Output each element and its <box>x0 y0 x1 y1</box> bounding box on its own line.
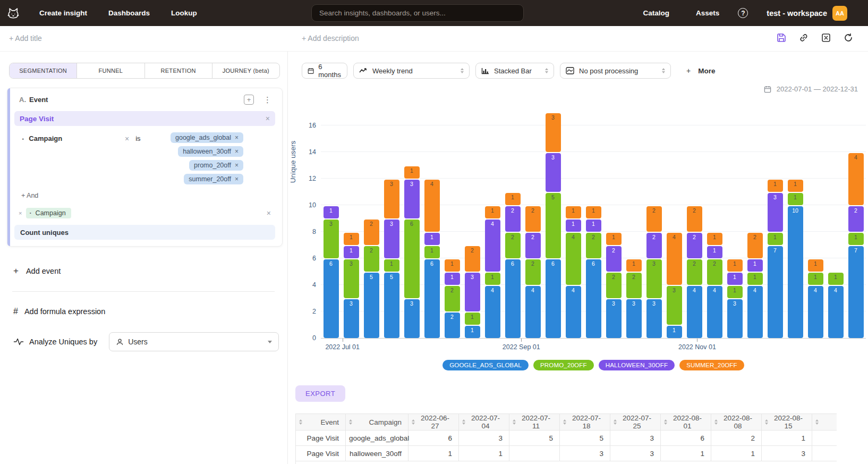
bar-segment-promo_20off[interactable]: 1 <box>747 273 763 285</box>
bar-segment-summer_20off[interactable]: 3 <box>384 180 399 218</box>
bar-segment-google_ads_global[interactable]: 3 <box>727 299 743 338</box>
bar-segment-promo_20off[interactable]: 3 <box>344 259 359 298</box>
bar-segment-google_ads_global[interactable]: 4 <box>485 286 500 338</box>
kebab-menu-icon[interactable]: ⋮ <box>263 96 271 104</box>
bar-segment-summer_20off[interactable]: 2 <box>646 206 662 232</box>
chart-type-select[interactable]: Stacked Bar <box>475 63 554 79</box>
bar-segment-summer_20off[interactable]: 2 <box>525 206 541 232</box>
bar-segment-summer_20off[interactable]: 1 <box>707 233 722 245</box>
table-header-2022-08-01[interactable]: 2022-08-01 <box>661 414 711 431</box>
bar-segment-google_ads_global[interactable]: 4 <box>747 286 763 338</box>
bar-segment-promo_20off[interactable]: 1 <box>848 233 864 245</box>
sort-icon[interactable] <box>664 419 667 425</box>
selected-event-row[interactable]: Page Visit × <box>14 111 275 126</box>
bar-segment-halloween_30off[interactable]: 1 <box>445 273 460 285</box>
sort-icon[interactable] <box>462 419 465 425</box>
bar-segment-summer_20off[interactable]: 4 <box>848 153 864 205</box>
sort-icon[interactable] <box>815 419 819 425</box>
save-icon[interactable] <box>777 33 786 43</box>
bar-segment-summer_20off[interactable]: 1 <box>606 233 622 245</box>
bar-segment-promo_20off[interactable]: 6 <box>404 220 420 298</box>
bar-segment-promo_20off[interactable]: 2 <box>687 259 702 285</box>
sort-icon[interactable] <box>299 419 302 425</box>
bar-segment-google_ads_global[interactable]: 4 <box>687 286 702 338</box>
bar-segment-google_ads_global[interactable]: 6 <box>324 259 339 338</box>
bar-segment-halloween_30off[interactable]: 2 <box>525 233 541 258</box>
bar-segment-promo_20off[interactable]: 1 <box>485 273 500 285</box>
bar-segment-halloween_30off[interactable]: 1 <box>727 273 743 285</box>
bar-segment-google_ads_global[interactable]: 3 <box>646 299 662 338</box>
bar-segment-google_ads_global[interactable]: 4 <box>808 286 823 338</box>
table-header-2022-08-08[interactable]: 2022-08-08 <box>711 414 762 431</box>
bar-segment-google_ads_global[interactable]: 5 <box>384 273 399 338</box>
tab-journey-beta[interactable]: JOURNEY (beta) <box>212 63 279 78</box>
bar-segment-summer_20off[interactable]: 2 <box>687 206 702 232</box>
filter-value-tag[interactable]: summer_20off× <box>184 174 243 184</box>
bar-segment-promo_20off[interactable]: 2 <box>445 286 460 311</box>
bar-segment-summer_20off[interactable]: 1 <box>566 206 581 218</box>
bar-segment-google_ads_global[interactable]: 7 <box>768 246 783 338</box>
filter-value-tag[interactable]: promo_20off× <box>189 160 243 171</box>
analyze-by-select[interactable]: Users <box>109 332 279 351</box>
nav-assets[interactable]: Assets <box>696 9 719 17</box>
aggregation-row[interactable]: Count uniques <box>14 225 275 240</box>
bar-segment-google_ads_global[interactable]: 3 <box>344 299 359 338</box>
bar-segment-promo_20off[interactable]: 3 <box>667 286 682 325</box>
copy-link-icon[interactable] <box>799 33 809 43</box>
bar-segment-summer_20off[interactable]: 1 <box>505 193 521 205</box>
filter-operator[interactable]: is <box>135 134 140 184</box>
sort-icon[interactable] <box>513 419 516 425</box>
bar-segment-promo_20off[interactable]: 2 <box>626 273 642 298</box>
bar-segment-halloween_30off[interactable]: 3 <box>768 193 783 232</box>
bar-segment-promo_20off[interactable]: 2 <box>525 259 541 285</box>
bar-segment-google_ads_global[interactable]: 1 <box>465 326 480 338</box>
bar-segment-promo_20off[interactable]: 1 <box>788 193 803 205</box>
bar-segment-google_ads_global[interactable]: 3 <box>404 299 420 338</box>
bar-segment-halloween_30off[interactable]: 3 <box>404 180 420 218</box>
bar-segment-summer_20off[interactable]: 3 <box>546 113 561 152</box>
nav-lookup[interactable]: Lookup <box>171 9 197 17</box>
bar-segment-promo_20off[interactable]: 4 <box>566 233 581 285</box>
bar-segment-halloween_30off[interactable]: 1 <box>344 246 359 258</box>
date-range[interactable]: 2022-07-01 — 2022-12-31 <box>764 85 858 93</box>
bar-segment-promo_20off[interactable]: 1 <box>384 259 399 272</box>
add-event-button[interactable]: + Add event <box>13 266 61 276</box>
bar-segment-google_ads_global[interactable]: 3 <box>606 299 622 338</box>
bar-segment-google_ads_global[interactable]: 6 <box>424 259 440 338</box>
bar-segment-promo_20off[interactable]: 1 <box>424 246 440 258</box>
bar-segment-halloween_30off[interactable]: 2 <box>848 206 864 232</box>
bar-segment-promo_20off[interactable]: 1 <box>828 273 844 285</box>
bar-segment-halloween_30off[interactable]: 2 <box>606 246 622 272</box>
bar-segment-promo_20off[interactable]: 2 <box>586 233 601 258</box>
table-header-2022-08-15[interactable]: 2022-08-15 <box>762 414 812 431</box>
bar-segment-summer_20off[interactable]: 1 <box>485 206 500 218</box>
tab-funnel[interactable]: FUNNEL <box>77 63 144 78</box>
bar-segment-summer_20off[interactable]: 1 <box>344 233 359 245</box>
bar-segment-google_ads_global[interactable]: 7 <box>848 246 864 338</box>
bar-segment-summer_20off[interactable]: 4 <box>667 233 682 285</box>
workspace-name[interactable]: test - workspace <box>767 9 827 18</box>
bar-segment-halloween_30off[interactable]: 1 <box>424 233 440 245</box>
bar-segment-google_ads_global[interactable]: 4 <box>566 286 581 338</box>
bar-segment-summer_20off[interactable]: 1 <box>727 259 743 272</box>
sort-icon[interactable] <box>412 419 415 425</box>
bar-segment-halloween_30off[interactable]: 1 <box>707 246 722 258</box>
bar-segment-halloween_30off[interactable]: 4 <box>485 220 500 272</box>
add-title-field[interactable]: + Add title <box>9 34 42 43</box>
table-header-2022-07-18[interactable]: 2022-07-18 <box>560 414 610 431</box>
bar-segment-halloween_30off[interactable]: 2 <box>505 206 521 232</box>
bar-segment-google_ads_global[interactable]: 4 <box>707 286 722 338</box>
add-description-field[interactable]: + Add description <box>302 34 359 43</box>
remove-breakdown-icon[interactable]: × <box>19 210 22 216</box>
bar-segment-summer_20off[interactable]: 1 <box>404 166 420 179</box>
bar-segment-promo_20off[interactable]: 2 <box>505 233 521 258</box>
bar-segment-google_ads_global[interactable]: 6 <box>505 259 521 338</box>
filter-value-tag[interactable]: google_ads_global× <box>171 132 243 143</box>
filter-property[interactable]: Campaign <box>29 134 62 142</box>
bar-segment-summer_20off[interactable]: 1 <box>586 206 601 218</box>
remove-filter-icon[interactable]: × <box>125 134 129 184</box>
legend-pill-halloween_30off[interactable]: HALLOWEEN_30OFF <box>599 360 675 370</box>
table-header-202[interactable]: 202 <box>812 414 837 431</box>
bar-segment-halloween_30off[interactable]: 3 <box>465 273 480 311</box>
refresh-icon[interactable] <box>844 33 853 43</box>
